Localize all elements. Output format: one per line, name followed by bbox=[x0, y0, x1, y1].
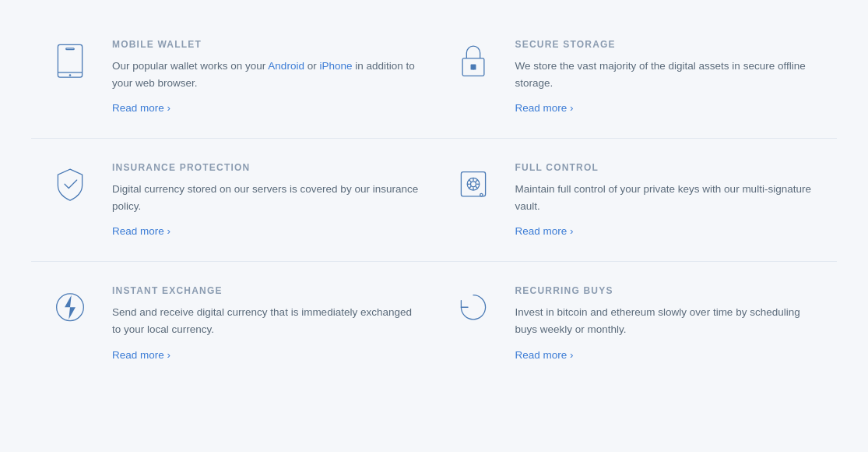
mobile-wallet-title: MOBILE WALLET bbox=[112, 39, 419, 50]
secure-storage-content: SECURE STORAGE We store the vast majorit… bbox=[515, 39, 822, 115]
instant-exchange-read-more[interactable]: Read more › bbox=[112, 349, 170, 361]
svg-marker-20 bbox=[65, 295, 76, 320]
feature-mobile-wallet: MOBILE WALLET Our popular wallet works o… bbox=[31, 16, 434, 138]
instant-exchange-desc: Send and receive digital currency that i… bbox=[112, 304, 419, 337]
tablet-svg bbox=[50, 42, 90, 83]
iphone-link[interactable]: iPhone bbox=[319, 60, 352, 72]
mobile-wallet-read-more[interactable]: Read more › bbox=[112, 102, 170, 114]
full-control-desc: Maintain full control of your private ke… bbox=[515, 181, 822, 214]
svg-rect-3 bbox=[66, 48, 74, 50]
feature-recurring-buys: RECURRING BUYS Invest in bitcoin and eth… bbox=[434, 262, 838, 384]
full-control-content: FULL CONTROL Maintain full control of yo… bbox=[515, 162, 822, 238]
insurance-protection-title: INSURANCE PROTECTION bbox=[112, 162, 419, 173]
secure-storage-desc: We store the vast majority of the digita… bbox=[515, 58, 822, 91]
instant-exchange-icon bbox=[47, 285, 93, 332]
shield-svg bbox=[50, 165, 90, 206]
features-grid: MOBILE WALLET Our popular wallet works o… bbox=[0, 0, 868, 401]
svg-line-14 bbox=[469, 180, 471, 182]
feature-secure-storage: SECURE STORAGE We store the vast majorit… bbox=[434, 16, 838, 138]
svg-point-2 bbox=[69, 74, 72, 76]
recurring-buys-content: RECURRING BUYS Invest in bitcoin and eth… bbox=[515, 285, 822, 361]
recurring-buys-read-more[interactable]: Read more › bbox=[515, 349, 574, 361]
insurance-protection-read-more[interactable]: Read more › bbox=[112, 225, 170, 237]
svg-line-17 bbox=[469, 186, 471, 189]
mobile-wallet-content: MOBILE WALLET Our popular wallet works o… bbox=[112, 39, 419, 115]
secure-storage-read-more[interactable]: Read more › bbox=[515, 102, 574, 114]
svg-line-16 bbox=[476, 180, 478, 182]
svg-line-15 bbox=[476, 186, 478, 189]
secure-storage-icon bbox=[450, 39, 497, 86]
feature-full-control: FULL CONTROL Maintain full control of yo… bbox=[434, 139, 838, 261]
secure-storage-title: SECURE STORAGE bbox=[515, 39, 822, 50]
recurring-buys-title: RECURRING BUYS bbox=[515, 285, 822, 296]
mobile-wallet-icon bbox=[47, 39, 93, 86]
svg-point-9 bbox=[470, 182, 476, 187]
insurance-protection-desc: Digital currency stored on our servers i… bbox=[112, 181, 419, 214]
lock-svg bbox=[453, 42, 494, 83]
feature-instant-exchange: INSTANT EXCHANGE Send and receive digita… bbox=[31, 262, 434, 384]
full-control-read-more[interactable]: Read more › bbox=[515, 225, 574, 237]
instant-exchange-title: INSTANT EXCHANGE bbox=[112, 285, 419, 296]
feature-insurance-protection: INSURANCE PROTECTION Digital currency st… bbox=[31, 139, 434, 261]
recurring-buys-icon bbox=[450, 285, 497, 332]
mobile-wallet-desc: Our popular wallet works on your Android… bbox=[112, 58, 419, 91]
insurance-protection-icon bbox=[47, 162, 93, 209]
insurance-protection-content: INSURANCE PROTECTION Digital currency st… bbox=[112, 162, 419, 238]
refresh-svg bbox=[453, 288, 494, 329]
vault-svg bbox=[453, 165, 494, 206]
bolt-svg bbox=[50, 288, 90, 329]
full-control-title: FULL CONTROL bbox=[515, 162, 822, 173]
recurring-buys-desc: Invest in bitcoin and ethereum slowly ov… bbox=[515, 304, 822, 337]
full-control-icon bbox=[450, 162, 497, 209]
instant-exchange-content: INSTANT EXCHANGE Send and receive digita… bbox=[112, 285, 419, 361]
svg-rect-7 bbox=[461, 172, 485, 196]
svg-point-18 bbox=[480, 194, 482, 196]
android-link[interactable]: Android bbox=[268, 60, 304, 72]
